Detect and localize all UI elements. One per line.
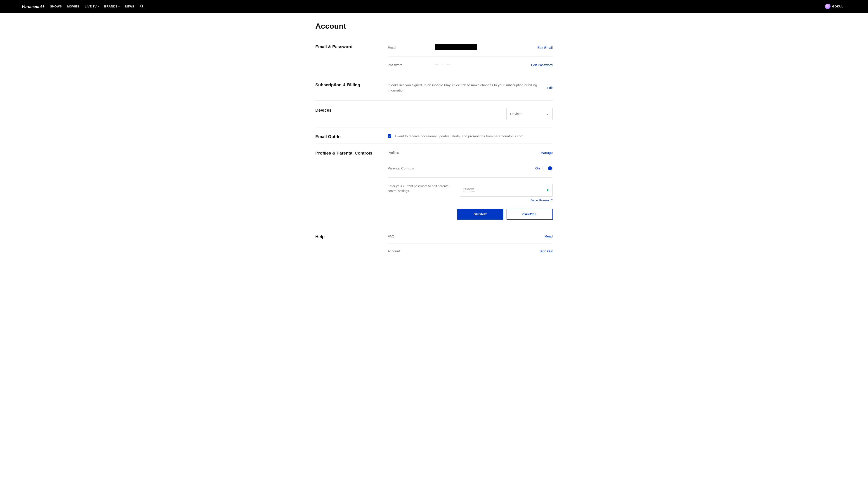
email-redacted bbox=[435, 44, 477, 50]
nav-news[interactable]: NEWS bbox=[125, 5, 134, 8]
password-label: Password bbox=[388, 63, 435, 67]
svg-rect-4 bbox=[549, 189, 549, 191]
row-subscription: It looks like you signed up on Google Pl… bbox=[388, 83, 553, 93]
email-value bbox=[435, 44, 537, 51]
parental-password-field-label: Password bbox=[463, 188, 549, 190]
chevron-down-icon: ▾ bbox=[119, 5, 120, 8]
parental-toggle-state: On bbox=[535, 166, 540, 170]
subscription-text: It looks like you signed up on Google Pl… bbox=[388, 83, 547, 93]
account-label: Account bbox=[388, 249, 539, 253]
password-dots: •••••••••••••• bbox=[435, 64, 450, 66]
section-email-optin: Email Opt-In I want to receive occasiona… bbox=[315, 127, 553, 143]
password-value: •••••••••••••• bbox=[435, 62, 531, 68]
chevron-down-icon: ▾ bbox=[98, 5, 99, 8]
row-profiles: Profiles Manage bbox=[388, 151, 553, 160]
section-help: Help FAQ Read Account Sign Out bbox=[315, 227, 553, 260]
avatar bbox=[825, 4, 831, 9]
svg-point-0 bbox=[140, 5, 143, 7]
nav-movies[interactable]: MOVIES bbox=[67, 5, 79, 8]
row-account: Account Sign Out bbox=[388, 249, 553, 253]
nav-livetv-label: LIVE TV bbox=[85, 5, 97, 8]
section-email-password: Email & Password Email Edit Email Passwo… bbox=[315, 37, 553, 75]
devices-dropdown[interactable]: Devices ⌄ bbox=[506, 108, 553, 120]
nav-brands[interactable]: BRANDS ▾ bbox=[104, 5, 120, 8]
nav-brands-label: BRANDS bbox=[104, 5, 118, 8]
sign-out-link[interactable]: Sign Out bbox=[539, 249, 553, 253]
section-title: Devices bbox=[315, 108, 388, 120]
nav-shows[interactable]: SHOWS bbox=[50, 5, 62, 8]
devices-dropdown-label: Devices bbox=[510, 112, 522, 116]
edit-password-link[interactable]: Edit Password bbox=[531, 63, 553, 67]
chevron-down-icon: ▾ bbox=[845, 5, 846, 8]
section-title: Email Opt-In bbox=[315, 134, 388, 139]
paramount-plus-logo[interactable]: Paramount+ bbox=[22, 4, 45, 9]
username-label: GOKUL bbox=[832, 5, 843, 8]
primary-nav: SHOWS MOVIES LIVE TV ▾ BRANDS ▾ NEWS bbox=[50, 4, 144, 8]
section-title: Profiles & Parental Controls bbox=[315, 151, 388, 220]
optin-label: I want to receive occasional updates, al… bbox=[395, 134, 524, 138]
toggle-knob bbox=[548, 166, 552, 170]
section-profiles-parental: Profiles & Parental Controls Profiles Ma… bbox=[315, 143, 553, 227]
section-title: Email & Password bbox=[315, 44, 388, 68]
parental-label: Parental Controls bbox=[388, 166, 535, 170]
svg-rect-3 bbox=[548, 189, 548, 191]
user-menu[interactable]: GOKUL ▾ bbox=[825, 4, 846, 9]
row-password: Password •••••••••••••• Edit Password bbox=[388, 62, 553, 68]
section-title: Subscription & Billing bbox=[315, 83, 388, 93]
search-icon[interactable] bbox=[140, 4, 144, 8]
parental-toggle-wrap: On bbox=[535, 166, 553, 171]
edit-email-link[interactable]: Edit Email bbox=[537, 46, 553, 50]
page-title: Account bbox=[315, 22, 553, 37]
optin-checkbox[interactable] bbox=[388, 134, 391, 138]
row-email: Email Edit Email bbox=[388, 44, 553, 57]
read-faq-link[interactable]: Read bbox=[545, 234, 553, 238]
manage-profiles-link[interactable]: Manage bbox=[540, 151, 553, 155]
parental-buttons: SUBMIT CANCEL bbox=[388, 209, 553, 220]
nav-livetv[interactable]: LIVE TV ▾ bbox=[85, 5, 99, 8]
section-subscription: Subscription & Billing It looks like you… bbox=[315, 75, 553, 101]
section-title: Help bbox=[315, 234, 388, 253]
optin-row: I want to receive occasional updates, al… bbox=[388, 134, 553, 138]
email-label: Email bbox=[388, 46, 435, 50]
section-devices: Devices Devices ⌄ bbox=[315, 101, 553, 127]
parental-toggle[interactable] bbox=[542, 166, 553, 171]
svg-line-1 bbox=[142, 7, 143, 8]
top-nav: Paramount+ SHOWS MOVIES LIVE TV ▾ BRANDS… bbox=[0, 0, 868, 13]
row-faq: FAQ Read bbox=[388, 234, 553, 244]
account-page: Account Email & Password Email Edit Emai… bbox=[315, 13, 553, 274]
header-left: Paramount+ SHOWS MOVIES LIVE TV ▾ BRANDS… bbox=[22, 4, 144, 9]
profiles-label: Profiles bbox=[388, 151, 540, 155]
chevron-down-icon: ⌄ bbox=[546, 112, 549, 116]
parental-password-input[interactable]: Password ••••••••••• bbox=[460, 184, 553, 197]
row-parental: Parental Controls On bbox=[388, 166, 553, 171]
svg-rect-2 bbox=[547, 189, 548, 191]
cancel-button[interactable]: CANCEL bbox=[506, 209, 553, 220]
parental-password-block: Enter your current password to edit pare… bbox=[388, 177, 553, 202]
parental-password-field-value: ••••••••••• bbox=[463, 191, 549, 193]
forgot-password-link[interactable]: Forgot Password? bbox=[460, 199, 553, 202]
parental-pw-instruction: Enter your current password to edit pare… bbox=[388, 184, 451, 202]
submit-button[interactable]: SUBMIT bbox=[457, 209, 503, 220]
check-icon bbox=[388, 135, 391, 137]
faq-label: FAQ bbox=[388, 234, 545, 238]
edit-subscription-link[interactable]: Edit bbox=[547, 86, 553, 90]
password-manager-icon[interactable] bbox=[547, 189, 550, 192]
